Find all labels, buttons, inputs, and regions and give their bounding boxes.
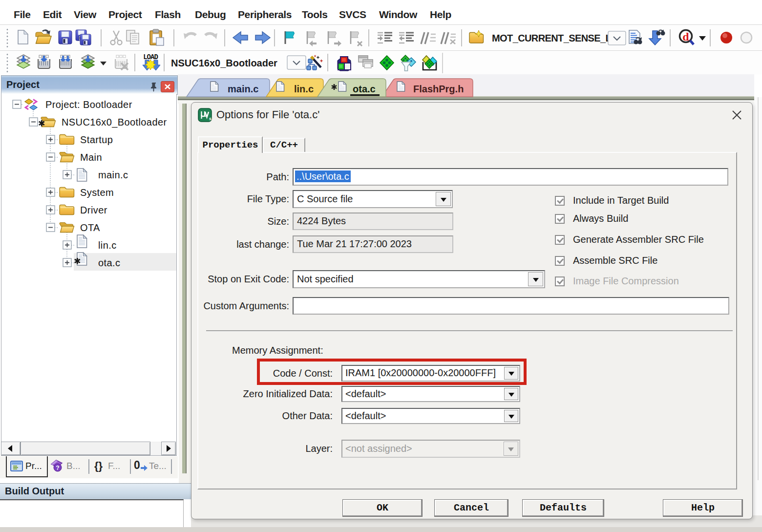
svg-text:main.c: main.c xyxy=(228,84,258,94)
svg-text:FlashPrg.h: FlashPrg.h xyxy=(413,84,464,94)
svg-text:lin.c: lin.c xyxy=(294,84,314,94)
svg-text:d: d xyxy=(682,30,689,43)
svg-text:s: s xyxy=(209,116,212,121)
svg-text:ota.c: ota.c xyxy=(353,84,376,94)
svg-text:?: ? xyxy=(56,465,59,471)
svg-text:MOT_CURRENT_SENSE_L: MOT_CURRENT_SENSE_L xyxy=(492,33,612,43)
svg-text:NSUC16x0_Bootloader: NSUC16x0_Bootloader xyxy=(171,58,277,68)
